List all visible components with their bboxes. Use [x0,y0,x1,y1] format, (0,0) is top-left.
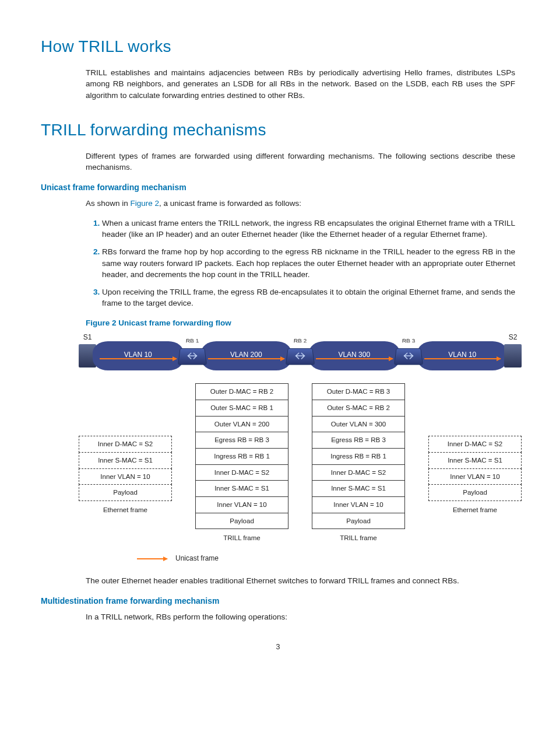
frame-field: Payload [312,513,405,530]
frame-field: Payload [79,484,172,501]
figure-diagram: S1 VLAN 10 RB 1 VLAN 200 RB 2 VLAN 300 R… [79,335,522,564]
frame-field: Outer D-MAC = RB 3 [312,383,405,400]
flow-arrow-icon [424,358,501,359]
server-label: S2 [509,332,518,342]
frame-field: Outer D-MAC = RB 2 [195,383,288,400]
router-rb2-icon: RB 2 [286,348,315,365]
paragraph: TRILL establishes and maintains adjacenc… [86,67,515,102]
frame-field: Outer S-MAC = RB 2 [312,400,405,416]
frame-field: Outer VLAN = 200 [195,416,288,433]
frame-field: Inner S-MAC = S1 [195,480,288,497]
frame-field: Ingress RB = RB 1 [195,448,288,465]
frame-field: Inner S-MAC = S1 [428,452,522,469]
frame-field: Inner S-MAC = S1 [312,480,405,497]
legend-arrow-icon [137,558,167,559]
frame-field: Payload [428,484,522,501]
flow-arrow-icon [100,358,177,359]
router-rb1-icon: RB 1 [177,348,206,365]
text: As shown in [86,199,131,208]
frame-stack-label: Ethernet frame [79,505,172,515]
vlan-cloud: VLAN 10 [93,341,184,370]
frame-field: Outer S-MAC = RB 1 [195,400,288,416]
paragraph: Different types of frames are forwarded … [86,150,515,173]
heading-trill-forwarding-mechanisms: TRILL forwarding mechanisms [41,118,515,142]
paragraph: As shown in Figure 2, a unicast frame is… [86,198,515,209]
frame-stack-ethernet-left: Inner D-MAC = S2 Inner S-MAC = S1 Inner … [79,383,172,543]
server-s2-icon: S2 [504,344,522,368]
router-rb3-icon: RB 3 [393,348,423,365]
frame-field: Inner D-MAC = S2 [79,436,172,453]
ordered-steps: When a unicast frame enters the TRILL ne… [86,218,515,309]
frame-field: Egress RB = RB 3 [195,432,288,449]
subheading-multidestination: Multidestination frame forwarding mechan… [41,595,515,607]
paragraph: In a TRILL network, RBs perform the foll… [86,611,515,623]
heading-how-trill-works: How TRILL works [41,35,515,59]
frame-field: Inner D-MAC = S2 [428,436,522,453]
figure-title: Figure 2 Unicast frame forwarding flow [86,317,515,329]
paragraph: The outer Ethernet header enables tradit… [86,575,515,587]
frame-field: Outer VLAN = 300 [312,416,405,433]
frame-field: Inner VLAN = 10 [312,496,405,513]
frame-field: Egress RB = RB 3 [312,432,405,449]
frame-stack-trill-2: Outer D-MAC = RB 3 Outer S-MAC = RB 2 Ou… [312,383,405,543]
frame-field: Inner VLAN = 10 [195,496,288,513]
frame-field: Inner D-MAC = S2 [312,464,405,481]
legend-label: Unicast frame [175,554,219,564]
frame-stack-trill-1: Outer D-MAC = RB 2 Outer S-MAC = RB 1 Ou… [195,383,288,543]
vlan-cloud: VLAN 10 [417,341,508,370]
router-label: RB 3 [402,338,416,345]
flow-arrow-icon [208,358,285,359]
text: , a unicast frame is forwarded as follow… [159,199,301,208]
step-item: RBs forward the frame hop by hop accordi… [102,246,515,281]
vlan-cloud: VLAN 300 [309,341,400,370]
figure-reference-link[interactable]: Figure 2 [131,199,160,208]
server-label: S1 [83,332,92,342]
subheading-unicast: Unicast frame forwarding mechanism [41,181,515,193]
frame-field: Inner D-MAC = S2 [195,464,288,481]
frame-stack-label: TRILL frame [195,533,288,543]
frame-field: Inner S-MAC = S1 [79,452,172,469]
step-item: When a unicast frame enters the TRILL ne… [102,218,515,240]
frame-field: Ingress RB = RB 1 [312,448,405,465]
router-label: RB 1 [185,338,199,345]
frame-stack-label: Ethernet frame [428,505,522,515]
frame-field: Payload [195,513,288,530]
vlan-cloud: VLAN 200 [201,341,292,370]
legend: Unicast frame [137,554,522,564]
frame-stack-label: TRILL frame [312,533,405,543]
frame-field: Inner VLAN = 10 [79,468,172,485]
router-label: RB 2 [293,338,307,345]
step-item: Upon receiving the TRILL frame, the egre… [102,286,515,309]
frame-field: Inner VLAN = 10 [428,468,522,485]
frame-stack-ethernet-right: Inner D-MAC = S2 Inner S-MAC = S1 Inner … [428,383,522,543]
page-number: 3 [41,642,515,652]
flow-arrow-icon [316,358,393,359]
